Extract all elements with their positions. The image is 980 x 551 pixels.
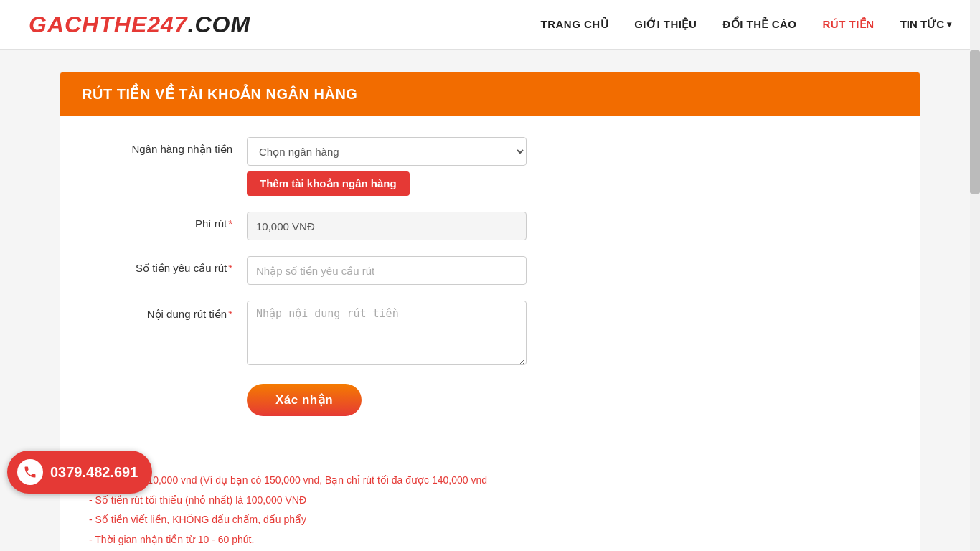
page-title: RÚT TIỀN VỀ TÀI KHOẢN NGÂN HÀNG <box>82 85 898 103</box>
scrollbar-thumb[interactable] <box>970 50 980 194</box>
chevron-down-icon: ▾ <box>947 19 951 29</box>
amount-required: * <box>228 262 232 274</box>
notes-line-2: - Số tiền viết liền, KHÔNG dấu chấm, dấu… <box>89 512 891 529</box>
notes-title: **Lưu ý : <box>89 452 891 469</box>
main-content: RÚT TIỀN VỀ TÀI KHOẢN NGÂN HÀNG Ngân hàn… <box>31 72 949 551</box>
phone-icon <box>17 459 43 485</box>
logo-dot: . <box>188 11 195 37</box>
notes-section: **Lưu ý : - Phí rút tiền 10,000 vnd (Ví … <box>60 445 920 551</box>
main-nav: TRANG CHỦ GIỚI THIỆU ĐỔI THẺ CÀO RÚT TIỀ… <box>540 18 951 31</box>
nav-trang-chu[interactable]: TRANG CHỦ <box>540 18 608 31</box>
add-bank-button[interactable]: Thêm tài khoản ngân hàng <box>247 171 410 196</box>
content-textarea[interactable] <box>247 301 527 365</box>
amount-input[interactable] <box>247 256 527 285</box>
form-body: Ngân hàng nhận tiền Chọn ngân hàng Vietc… <box>60 116 920 445</box>
submit-button[interactable]: Xác nhận <box>247 384 362 416</box>
form-card: RÚT TIỀN VỀ TÀI KHOẢN NGÂN HÀNG Ngân hàn… <box>60 72 920 551</box>
form-header: RÚT TIỀN VỀ TÀI KHOẢN NGÂN HÀNG <box>60 72 920 116</box>
logo-gach: GACHTHE247 <box>29 11 188 37</box>
nav-tin-tuc-dropdown[interactable]: TIN TỨC ▾ <box>900 18 951 31</box>
bank-select[interactable]: Chọn ngân hàng Vietcombank Techcombank B… <box>247 137 527 166</box>
nav-tin-tuc-label: TIN TỨC <box>900 18 944 31</box>
bank-row: Ngân hàng nhận tiền Chọn ngân hàng Vietc… <box>89 137 891 196</box>
notes-line-1: - Số tiền rút tối thiểu (nhỏ nhất) là 10… <box>89 492 891 509</box>
logo[interactable]: GACHTHE247.COM <box>29 11 250 38</box>
bank-label: Ngân hàng nhận tiền <box>89 137 247 156</box>
amount-label: Số tiền yêu cầu rút* <box>89 256 247 275</box>
content-label: Nội dung rút tiền* <box>89 301 247 321</box>
nav-doi-the-cao[interactable]: ĐỔI THẺ CÀO <box>722 18 796 31</box>
fee-row: Phí rút* <box>89 212 891 240</box>
amount-control-wrap <box>247 256 527 285</box>
fee-required: * <box>228 217 232 230</box>
header: GACHTHE247.COM TRANG CHỦ GIỚI THIỆU ĐỔI … <box>0 0 980 50</box>
content-row: Nội dung rút tiền* <box>89 301 891 368</box>
amount-row: Số tiền yêu cầu rút* <box>89 256 891 285</box>
logo-com: COM <box>195 11 251 37</box>
nav-gioi-thieu[interactable]: GIỚI THIỆU <box>634 18 697 31</box>
notes-line-0: - Phí rút tiền 10,000 vnd (Ví dụ bạn có … <box>89 472 891 489</box>
content-control-wrap <box>247 301 527 368</box>
fee-label: Phí rút* <box>89 212 247 230</box>
bank-control-wrap: Chọn ngân hàng Vietcombank Techcombank B… <box>247 137 527 196</box>
notes-line-3: - Thời gian nhận tiền từ 10 - 60 phút. <box>89 532 891 549</box>
phone-number: 0379.482.691 <box>50 464 138 481</box>
submit-row: Xác nhận <box>89 384 891 416</box>
fee-input <box>247 212 527 240</box>
phone-button[interactable]: 0379.482.691 <box>7 451 152 494</box>
nav-rut-tien[interactable]: RÚT TIỀN <box>823 18 875 31</box>
content-required: * <box>228 308 232 320</box>
fee-control-wrap <box>247 212 527 240</box>
scrollbar[interactable] <box>970 0 980 551</box>
